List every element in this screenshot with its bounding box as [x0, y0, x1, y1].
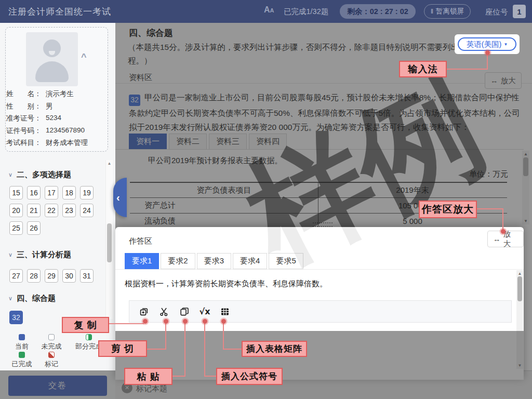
annotation-line: [205, 376, 217, 377]
question-30[interactable]: 30: [62, 269, 76, 283]
question-32-current[interactable]: 32: [9, 311, 23, 324]
scrollbar-thumb[interactable]: [517, 276, 522, 301]
annotation-line: [487, 54, 488, 70]
annotation-line: [147, 349, 166, 350]
answer-zoom-button[interactable]: ↔ 放大: [487, 231, 524, 247]
question-26[interactable]: 26: [27, 221, 41, 235]
font-size-icon[interactable]: AA: [264, 5, 274, 15]
seat-number-badge: 1: [513, 5, 526, 18]
legend-undone-swatch: [48, 334, 55, 340]
question-number-grid: 15 16 17 18 19 20 21 22 23 24 25 26: [9, 186, 101, 235]
avatar: [26, 32, 78, 86]
sidebar-scrollbar[interactable]: ▲: [105, 160, 113, 319]
scroll-up-icon[interactable]: ▲: [516, 271, 523, 276]
dim-overlay: [115, 331, 524, 380]
annotation-dot: [203, 319, 207, 324]
question-23[interactable]: 23: [62, 204, 76, 217]
chevron-left-icon: ‹: [116, 192, 120, 204]
question-31[interactable]: 31: [80, 269, 94, 283]
annotation-line: [109, 323, 144, 324]
profile-row: 证件号码： 1234567890: [6, 126, 100, 138]
tab-requirement-2[interactable]: 要求2: [161, 253, 195, 269]
legend-undone: 未完成: [33, 334, 70, 351]
pause-lock-button[interactable]: ‖ 暂离锁屏: [424, 4, 471, 19]
annotation-ime: 输入法: [399, 61, 447, 77]
sidebar-collapse-tab[interactable]: ‹: [113, 178, 127, 217]
legend-done-swatch: [19, 352, 25, 358]
annotation-line: [447, 69, 487, 70]
collapse-card-icon[interactable]: ^: [81, 52, 87, 63]
question-27[interactable]: 27: [9, 269, 23, 283]
question-28[interactable]: 28: [27, 269, 41, 283]
question-25[interactable]: 25: [9, 221, 23, 235]
copy-icon[interactable]: [139, 307, 149, 317]
progress-counter: 已完成1/32题: [284, 7, 328, 17]
ime-dropdown[interactable]: 英语(美国) ▼: [458, 37, 516, 51]
section-multiple-choice[interactable]: ∨ 二、多项选择题: [8, 169, 107, 180]
annotation-dot: [485, 50, 490, 55]
annotation-dot: [221, 319, 226, 324]
exam-app: 注册会计师全国统一考试 AA 已完成1/32题 剩余：02 : 27 : 02 …: [0, 0, 532, 399]
annotation-dot: [183, 319, 188, 324]
annotation-table-matrix: 插入表格矩阵: [242, 341, 307, 357]
legend-current-swatch: [19, 334, 25, 340]
tab-requirement-4[interactable]: 要求4: [233, 253, 267, 269]
annotation-dot: [164, 319, 168, 324]
profile-row: 准考证号： 5234: [6, 114, 100, 126]
pause-lock-label: 暂离锁屏: [436, 7, 464, 16]
annotation-formula: 插入公式符号: [216, 368, 283, 385]
scrollbar-thumb[interactable]: [107, 223, 112, 262]
profile-row: 姓 名： 演示考生: [6, 89, 100, 101]
chevron-down-icon: ▼: [503, 42, 508, 47]
annotation-dot: [143, 319, 148, 324]
pause-icon: ‖: [431, 8, 433, 15]
seat-label: 座位号: [485, 7, 508, 17]
table-matrix-icon[interactable]: [220, 307, 230, 317]
annotation-line: [165, 323, 166, 350]
dim-overlay: [0, 370, 115, 399]
question-21[interactable]: 21: [27, 204, 41, 217]
cut-icon[interactable]: [159, 307, 169, 317]
resize-arrows-icon: ↔: [493, 235, 501, 243]
question-24[interactable]: 24: [80, 204, 94, 217]
annotation-copy: 复 制: [62, 317, 109, 333]
time-remaining-badge: 剩余：02 : 27 : 02: [340, 4, 416, 19]
question-17[interactable]: 17: [45, 186, 58, 200]
question-20[interactable]: 20: [9, 204, 23, 217]
annotation-line: [204, 323, 205, 377]
question-19[interactable]: 19: [80, 186, 94, 200]
section-calculation[interactable]: ∨ 三、计算分析题: [8, 249, 107, 260]
annotation-line: [172, 376, 185, 377]
question-15[interactable]: 15: [9, 186, 23, 200]
chevron-down-icon: ∨: [8, 251, 12, 258]
annotation-answer-zoom: 作答区放大: [419, 201, 477, 218]
section-comprehensive[interactable]: ∨ 四、综合题: [8, 293, 107, 303]
annotation-paste: 粘 贴: [124, 368, 172, 385]
formula-icon[interactable]: √x: [200, 307, 210, 317]
annotation-line: [223, 349, 242, 350]
chevron-down-icon: ∨: [8, 295, 12, 302]
legend-marked-swatch: [48, 352, 55, 358]
annotation-line: [223, 323, 224, 350]
question-29[interactable]: 29: [45, 269, 58, 283]
chevron-down-icon: ∨: [8, 171, 12, 178]
annotation-line: [476, 208, 503, 209]
annotation-line: [502, 208, 503, 230]
annotation-dot: [501, 229, 506, 234]
annotation-cut: 剪 切: [98, 340, 147, 357]
question-22[interactable]: 22: [45, 204, 58, 217]
tab-requirement-1[interactable]: 要求1: [125, 253, 159, 269]
annotation-line: [184, 323, 185, 377]
question-18[interactable]: 18: [62, 186, 76, 200]
paste-icon[interactable]: [179, 307, 190, 317]
scroll-up-icon[interactable]: ▲: [106, 161, 113, 166]
tab-requirement-3[interactable]: 要求3: [197, 253, 231, 269]
avatar-body: [35, 61, 69, 82]
answer-area-label: 作答区: [129, 236, 152, 246]
question-16[interactable]: 16: [27, 186, 41, 200]
legend-marked: 标记: [33, 352, 70, 369]
question-number-grid: 27 28 29 30 31: [9, 269, 101, 283]
profile-row: 考试科目： 财务成本管理: [6, 138, 100, 150]
profile-row: 性 别： 男: [6, 102, 100, 114]
legend-partial-swatch: [86, 334, 92, 340]
